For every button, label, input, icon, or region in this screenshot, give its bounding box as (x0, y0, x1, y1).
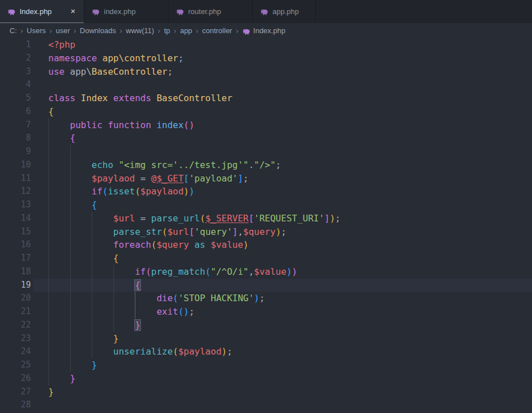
code-line-content: echo "<img src='../test.jpg'"."/>"; (48, 158, 532, 172)
code-line[interactable]: 6{ (0, 105, 532, 119)
code-line[interactable]: 4 (0, 78, 532, 92)
code-line-content: } (48, 319, 532, 332)
line-number: 7 (0, 119, 31, 132)
chevron-right-icon: › (49, 26, 53, 35)
code-line[interactable]: 23 } (0, 332, 532, 346)
php-elephant-icon (260, 7, 269, 16)
code-line-content: die('STOP HACKING'); (48, 292, 532, 305)
token-str: "/^O/i" (211, 266, 248, 277)
code-text: class Index extends BaseController (48, 92, 233, 105)
breadcrumb-item[interactable]: C: (10, 26, 17, 35)
token-var: $url (113, 213, 135, 224)
code-line[interactable]: 5class Index extends BaseController (0, 92, 532, 105)
code-line[interactable]: 17 { (0, 252, 532, 265)
code-line-content: { (48, 252, 532, 265)
code-text: if(preg_match("/^O/i",$value)) (48, 265, 297, 279)
token-b1: ) (243, 239, 249, 250)
code-text: } (48, 319, 140, 332)
code-line[interactable]: 19 { (0, 279, 532, 292)
line-number: 5 (0, 92, 31, 105)
code-line[interactable]: 28 (0, 398, 532, 412)
chevron-right-icon: › (174, 26, 177, 35)
breadcrumb-item[interactable]: www(11) (126, 26, 154, 35)
code-line[interactable]: 27} (0, 385, 532, 399)
token-b3: { (92, 199, 97, 210)
token-str: 'REQUEST_URI' (254, 213, 324, 224)
breadcrumb-item[interactable]: controller (202, 26, 232, 35)
token-pun: , (248, 266, 254, 277)
code-line-content: foreach($query as $value) (48, 238, 532, 252)
tab-index-php[interactable]: index.php (84, 0, 169, 23)
code-text: $paylaod = @$_GET['payload']; (48, 172, 248, 185)
tab-app-php[interactable]: app.php (253, 0, 316, 23)
code-line[interactable]: 24 unserialize($paylaod); (0, 345, 532, 358)
code-line-content: } (48, 358, 532, 372)
breadcrumb-item[interactable]: user (56, 26, 70, 35)
token-kw: public (70, 120, 108, 130)
code-line[interactable]: 12 if(isset($paylaod)) (0, 185, 532, 198)
code-line[interactable]: 3use app\BaseController; (0, 65, 532, 79)
token-tag: <?php (48, 39, 75, 50)
token-b3: ( (173, 293, 179, 303)
tab-index-php[interactable]: Index.php× (0, 0, 84, 23)
chevron-right-icon: › (157, 26, 161, 35)
code-line[interactable]: 16 foreach($query as $value) (0, 238, 532, 252)
breadcrumb-item[interactable]: Users (27, 26, 46, 35)
token-b3: ( (205, 266, 211, 277)
token-fn: parse_str (113, 226, 162, 237)
line-number: 20 (0, 292, 31, 305)
token-var: $query (243, 226, 276, 237)
line-number: 23 (0, 332, 31, 346)
code-line[interactable]: 15 parse_str($url['query'],$query); (0, 225, 532, 239)
token-pun: ; (178, 53, 184, 63)
token-str: 'payload' (189, 173, 238, 184)
code-line[interactable]: 8 { (0, 131, 532, 145)
code-line[interactable]: 20 die('STOP HACKING'); (0, 292, 532, 305)
code-line-content: } (48, 385, 532, 399)
code-line[interactable]: 9 (0, 145, 532, 158)
token-fn: parse_url (151, 213, 200, 224)
breadcrumb-item[interactable]: tp (164, 26, 170, 35)
token-b3: ( (102, 186, 108, 197)
code-editor[interactable]: 1<?php2namespace app\controller;3use app… (0, 38, 532, 413)
code-line[interactable]: 2namespace app\controller; (0, 52, 532, 65)
code-line[interactable]: 18 if(preg_match("/^O/i",$value)) (0, 265, 532, 279)
code-line[interactable]: 25 } (0, 358, 532, 372)
line-number: 4 (0, 78, 31, 92)
code-text: die('STOP HACKING'); (48, 292, 265, 305)
code-line[interactable]: 13 { (0, 198, 532, 212)
chevron-right-icon: › (195, 26, 199, 35)
token-kw: exit (157, 306, 179, 317)
code-line[interactable]: 11 $paylaod = @$_GET['payload']; (0, 172, 532, 185)
token-b2: ( (145, 266, 151, 277)
line-number: 16 (0, 238, 31, 252)
token-pun: = (135, 213, 151, 224)
code-line-content: use app\BaseController; (48, 65, 532, 79)
breadcrumb-item[interactable]: Downloads (80, 26, 116, 35)
code-line-content: class Index extends BaseController (48, 92, 532, 105)
code-line[interactable]: 22 } (0, 319, 532, 332)
token-b1: } (113, 333, 119, 344)
tab-router-php[interactable]: router.php (169, 0, 253, 23)
code-line[interactable]: 21 exit(); (0, 305, 532, 319)
token-b1: { (113, 253, 119, 264)
code-line-content: } (48, 332, 532, 346)
code-line[interactable]: 10 echo "<img src='../test.jpg'"."/>"; (0, 158, 532, 172)
code-line[interactable]: 1<?php (0, 38, 532, 52)
token-b2: ] (324, 213, 330, 224)
code-line-content: { (48, 279, 532, 292)
breadcrumb-file[interactable]: Index.php (253, 26, 285, 35)
code-line[interactable]: 26 } (0, 372, 532, 385)
code-line[interactable]: 14 $url = parse_url($_SERVER['REQUEST_UR… (0, 212, 532, 225)
tab-label: app.php (272, 7, 310, 16)
token-b2: { (135, 280, 140, 291)
breadcrumb-item[interactable]: app (180, 26, 192, 35)
token-varg: $_GET (157, 173, 184, 184)
close-tab-icon[interactable]: × (68, 6, 78, 16)
code-text: { (48, 252, 119, 265)
line-number: 2 (0, 52, 31, 65)
tab-label: Index.php (20, 7, 64, 16)
line-number: 17 (0, 252, 31, 265)
code-line-content: namespace app\controller; (48, 52, 532, 65)
code-line[interactable]: 7 public function index() (0, 119, 532, 132)
